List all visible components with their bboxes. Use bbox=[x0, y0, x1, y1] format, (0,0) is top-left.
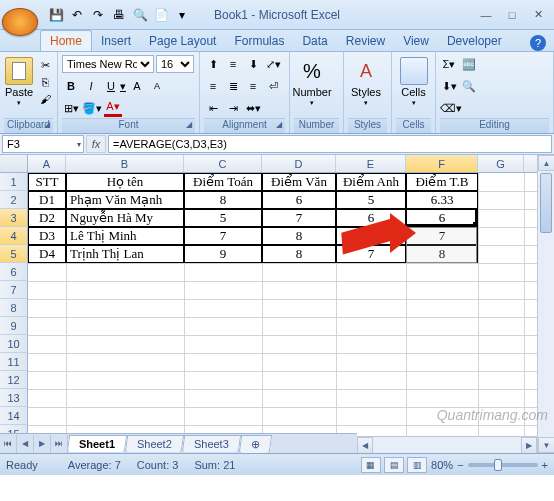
row-header-6[interactable]: 6 bbox=[0, 263, 28, 281]
preview-icon[interactable]: 🔍 bbox=[132, 7, 148, 23]
scroll-left-icon[interactable]: ◀ bbox=[357, 437, 373, 453]
name-box[interactable]: F3 bbox=[2, 135, 84, 153]
tab-developer[interactable]: Developer bbox=[438, 31, 511, 51]
sort-icon[interactable]: 🔤 bbox=[460, 55, 478, 73]
cell-C2[interactable]: 8 bbox=[184, 191, 262, 209]
align-bottom-icon[interactable]: ⬇ bbox=[244, 55, 262, 73]
orientation-icon[interactable]: ⤢▾ bbox=[264, 55, 282, 73]
row-header-4[interactable]: 4 bbox=[0, 227, 28, 245]
cell-A5[interactable]: D4 bbox=[28, 245, 66, 263]
col-header-D[interactable]: D bbox=[262, 155, 336, 172]
row-header-11[interactable]: 11 bbox=[0, 353, 28, 371]
office-button[interactable] bbox=[2, 8, 38, 36]
first-sheet-icon[interactable]: ⏮ bbox=[0, 435, 17, 453]
paste-button[interactable]: Paste ▾ bbox=[4, 54, 34, 107]
doc-icon[interactable]: 📄 bbox=[153, 7, 169, 23]
bold-button[interactable]: B bbox=[62, 77, 80, 95]
align-top-icon[interactable]: ⬆ bbox=[204, 55, 222, 73]
fill-color-icon[interactable]: 🪣▾ bbox=[82, 99, 102, 117]
page-break-view-icon[interactable]: ▥ bbox=[407, 457, 427, 473]
alignment-launcher[interactable]: ◢ bbox=[273, 120, 284, 131]
col-header-E[interactable]: E bbox=[336, 155, 406, 172]
formula-bar[interactable]: =AVERAGE(C3,D3,E3) bbox=[108, 135, 552, 153]
tab-formulas[interactable]: Formulas bbox=[225, 31, 293, 51]
horizontal-scrollbar[interactable]: ◀ ▶ bbox=[357, 436, 537, 453]
col-header-G[interactable]: G bbox=[478, 155, 524, 172]
align-middle-icon[interactable]: ≡ bbox=[224, 55, 242, 73]
styles-button[interactable]: A Styles▾ bbox=[348, 54, 384, 107]
border-icon[interactable]: ⊞▾ bbox=[62, 99, 80, 117]
cell-D2[interactable]: 6 bbox=[262, 191, 336, 209]
save-icon[interactable]: 💾 bbox=[48, 7, 64, 23]
italic-button[interactable]: I bbox=[82, 77, 100, 95]
row-header-7[interactable]: 7 bbox=[0, 281, 28, 299]
format-painter-icon[interactable]: 🖌 bbox=[37, 91, 53, 107]
help-icon[interactable]: ? bbox=[530, 35, 546, 51]
decrease-indent-icon[interactable]: ⇤ bbox=[204, 99, 222, 117]
cell-D5[interactable]: 8 bbox=[262, 245, 336, 263]
align-center-icon[interactable]: ≣ bbox=[224, 77, 242, 95]
redo-icon[interactable]: ↷ bbox=[90, 7, 106, 23]
sheet-tab-2[interactable]: Sheet2 bbox=[125, 435, 184, 452]
page-layout-view-icon[interactable]: ▤ bbox=[384, 457, 404, 473]
prev-sheet-icon[interactable]: ◀ bbox=[17, 435, 34, 453]
cells-button[interactable]: Cells▾ bbox=[396, 54, 431, 107]
tab-view[interactable]: View bbox=[394, 31, 438, 51]
cell-B4[interactable]: Lê Thị Minh bbox=[66, 227, 184, 245]
number-button[interactable]: % Number▾ bbox=[294, 54, 330, 107]
tab-insert[interactable]: Insert bbox=[92, 31, 140, 51]
cell-D1[interactable]: Điểm Văn bbox=[262, 173, 336, 191]
copy-icon[interactable]: ⎘ bbox=[37, 74, 53, 90]
next-sheet-icon[interactable]: ▶ bbox=[34, 435, 51, 453]
zoom-slider[interactable] bbox=[468, 463, 538, 467]
row-header-5[interactable]: 5 bbox=[0, 245, 28, 263]
sheet-tab-1[interactable]: Sheet1 bbox=[67, 435, 127, 452]
find-icon[interactable]: 🔍 bbox=[460, 77, 478, 95]
fx-icon[interactable]: fx bbox=[86, 135, 106, 153]
cut-icon[interactable]: ✂ bbox=[37, 57, 53, 73]
new-sheet-icon[interactable]: ⊕ bbox=[239, 435, 273, 453]
font-color-icon[interactable]: A▾ bbox=[104, 99, 122, 117]
align-left-icon[interactable]: ≡ bbox=[204, 77, 222, 95]
autosum-icon[interactable]: Σ▾ bbox=[440, 55, 458, 73]
shrink-font-icon[interactable]: A bbox=[148, 77, 166, 95]
increase-indent-icon[interactable]: ⇥ bbox=[224, 99, 242, 117]
cell-A1[interactable]: STT bbox=[28, 173, 66, 191]
cell-F5[interactable]: 8 bbox=[406, 245, 478, 263]
wrap-text-icon[interactable]: ⏎ bbox=[264, 77, 282, 95]
cell-A4[interactable]: D3 bbox=[28, 227, 66, 245]
normal-view-icon[interactable]: ▦ bbox=[361, 457, 381, 473]
tab-review[interactable]: Review bbox=[337, 31, 394, 51]
cell-F1[interactable]: Điểm T.B bbox=[406, 173, 478, 191]
close-button[interactable]: ✕ bbox=[526, 6, 550, 24]
cell-E1[interactable]: Điểm Anh bbox=[336, 173, 406, 191]
font-launcher[interactable]: ◢ bbox=[183, 120, 194, 131]
col-header-B[interactable]: B bbox=[66, 155, 184, 172]
font-family-select[interactable]: Times New Ro bbox=[62, 55, 154, 73]
underline-button[interactable]: U▾ bbox=[102, 77, 126, 95]
cell-A2[interactable]: D1 bbox=[28, 191, 66, 209]
row-header-13[interactable]: 13 bbox=[0, 389, 28, 407]
cell-B1[interactable]: Họ tên bbox=[66, 173, 184, 191]
merge-icon[interactable]: ⬌▾ bbox=[244, 99, 262, 117]
cell-C4[interactable]: 7 bbox=[184, 227, 262, 245]
cell-F2[interactable]: 6.33 bbox=[406, 191, 478, 209]
row-header-14[interactable]: 14 bbox=[0, 407, 28, 425]
col-header-F[interactable]: F bbox=[406, 155, 478, 172]
row-header-8[interactable]: 8 bbox=[0, 299, 28, 317]
tab-page-layout[interactable]: Page Layout bbox=[140, 31, 225, 51]
scroll-right-icon[interactable]: ▶ bbox=[521, 437, 537, 453]
undo-icon[interactable]: ↶ bbox=[69, 7, 85, 23]
scroll-up-icon[interactable]: ▲ bbox=[538, 155, 554, 171]
zoom-level[interactable]: 80% bbox=[431, 459, 453, 471]
row-header-2[interactable]: 2 bbox=[0, 191, 28, 209]
cell-D4[interactable]: 8 bbox=[262, 227, 336, 245]
scroll-thumb[interactable] bbox=[540, 173, 552, 233]
cell-D3[interactable]: 7 bbox=[262, 209, 336, 227]
cell-F3[interactable]: 6 bbox=[406, 209, 478, 227]
select-all-corner[interactable] bbox=[0, 155, 28, 172]
cell-E2[interactable]: 5 bbox=[336, 191, 406, 209]
col-header-A[interactable]: A bbox=[28, 155, 66, 172]
new-icon[interactable]: ▾ bbox=[174, 7, 190, 23]
cell-A3[interactable]: D2 bbox=[28, 209, 66, 227]
